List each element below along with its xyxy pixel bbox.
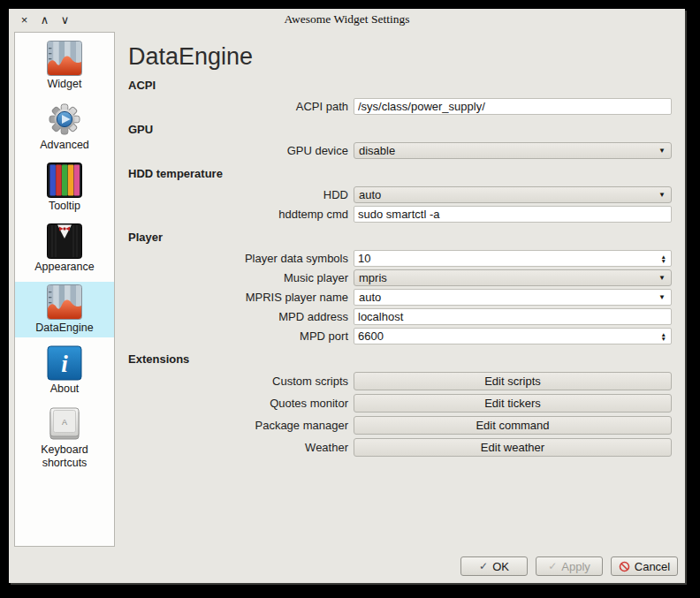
quotes-monitor-row: Quotes monitor Edit tickers xyxy=(128,394,672,413)
tuxedo-icon xyxy=(47,223,82,259)
sidebar-item-label: About xyxy=(50,382,80,396)
apply-button-label: Apply xyxy=(561,560,590,573)
sidebar-nav: Widget Advanced xyxy=(14,32,115,547)
player-symbols-label: Player data symbols xyxy=(128,252,354,265)
apply-button[interactable]: ✓ Apply xyxy=(536,556,603,576)
music-player-select[interactable]: mpris ▼ xyxy=(354,269,672,286)
hdd-value: auto xyxy=(359,188,658,201)
package-manager-row: Package manager Edit command xyxy=(128,416,672,435)
keyboard-key-icon: A xyxy=(47,406,82,442)
info-icon: i xyxy=(47,345,82,381)
ok-button-label: OK xyxy=(492,560,509,573)
gpu-device-value: disable xyxy=(359,144,658,157)
player-symbols-row: Player data symbols ▲▼ xyxy=(128,250,672,267)
music-player-value: mpris xyxy=(359,271,658,284)
cancel-button-label: Cancel xyxy=(635,560,670,573)
dialog-button-bar: ✓ OK ✓ Apply Cancel xyxy=(460,556,678,576)
sidebar-item-advanced[interactable]: Advanced xyxy=(15,99,114,155)
hdd-label: HDD xyxy=(128,188,354,201)
sidebar-item-dataengine[interactable]: DataEngine xyxy=(15,282,114,337)
sidebar-item-widget[interactable]: Widget xyxy=(15,38,114,94)
sidebar-item-label: DataEngine xyxy=(35,322,93,335)
mpd-port-input[interactable] xyxy=(354,329,661,343)
weather-label: Weather xyxy=(128,441,354,454)
hddtemp-cmd-input[interactable] xyxy=(354,206,672,223)
settings-window: × ∧ ∨ Awesome Widget Settings xyxy=(9,9,685,583)
mpd-port-row: MPD port ▲▼ xyxy=(128,328,672,344)
chevron-down-icon: ▼ xyxy=(658,294,666,301)
music-player-label: Music player xyxy=(128,271,354,284)
edit-tickers-button[interactable]: Edit tickers xyxy=(354,394,672,413)
chevron-down-icon: ▼ xyxy=(658,148,666,155)
edit-command-button[interactable]: Edit command xyxy=(354,416,672,435)
section-header-hdd: HDD temperature xyxy=(128,167,672,180)
custom-scripts-label: Custom scripts xyxy=(128,375,354,388)
weather-row: Weather Edit weather xyxy=(128,438,672,457)
mpd-address-label: MPD address xyxy=(128,310,354,323)
chart-widget-icon xyxy=(47,284,82,320)
gpu-device-row: GPU device disable ▼ xyxy=(128,142,672,159)
mpris-player-name-select[interactable]: auto ▼ xyxy=(354,289,672,306)
gpu-device-select[interactable]: disable ▼ xyxy=(354,142,672,159)
custom-scripts-row: Custom scripts Edit scripts xyxy=(128,372,672,390)
hddtemp-cmd-row: hddtemp cmd xyxy=(128,206,672,223)
section-header-player: Player xyxy=(128,231,672,244)
gear-play-icon xyxy=(47,102,82,137)
window-title: Awesome Widget Settings xyxy=(9,12,685,26)
acpi-path-row: ACPI path xyxy=(128,98,672,115)
acpi-path-label: ACPI path xyxy=(128,100,354,113)
sidebar-item-label: Appearance xyxy=(34,261,94,274)
sidebar-item-label: Widget xyxy=(48,78,82,91)
sidebar-item-keyboard-shortcuts[interactable]: A Keyboard shortcuts xyxy=(15,404,114,473)
chevron-down-icon: ▼ xyxy=(658,192,666,199)
music-player-row: Music player mpris ▼ xyxy=(128,269,672,286)
edit-scripts-button[interactable]: Edit scripts xyxy=(354,372,672,390)
sidebar-item-label: Keyboard shortcuts xyxy=(22,443,107,470)
cancel-button[interactable]: Cancel xyxy=(611,556,678,576)
page-title: DataEngine xyxy=(128,42,672,71)
hdd-row: HDD auto ▼ xyxy=(128,186,672,203)
mpd-port-label: MPD port xyxy=(128,329,354,343)
chart-widget-icon xyxy=(47,41,82,76)
mpris-player-name-row: MPRIS player name auto ▼ xyxy=(128,289,672,306)
section-header-acpi: ACPI xyxy=(128,79,672,92)
key-letter: A xyxy=(62,418,67,427)
quotes-monitor-label: Quotes monitor xyxy=(128,397,354,410)
mpd-address-input[interactable] xyxy=(354,308,672,325)
sidebar-item-about[interactable]: i About xyxy=(15,343,114,398)
info-letter: i xyxy=(61,351,68,377)
desktop-background: × ∧ ∨ Awesome Widget Settings xyxy=(0,0,700,598)
check-icon: ✓ xyxy=(548,561,557,572)
player-symbols-input[interactable] xyxy=(354,252,661,265)
edit-weather-button[interactable]: Edit weather xyxy=(354,438,672,457)
mpris-player-name-value: auto xyxy=(359,291,658,304)
no-entry-icon xyxy=(619,561,630,572)
color-stripes-icon xyxy=(47,163,82,198)
sidebar-item-label: Tooltip xyxy=(49,200,80,213)
hdd-select[interactable]: auto ▼ xyxy=(354,186,672,203)
chevron-down-icon: ▼ xyxy=(658,275,666,282)
sidebar-item-appearance[interactable]: Appearance xyxy=(15,221,114,276)
mpris-player-name-label: MPRIS player name xyxy=(128,291,354,304)
sidebar-item-label: Advanced xyxy=(40,139,89,152)
mpd-port-stepper[interactable]: ▲▼ xyxy=(354,328,672,344)
section-header-gpu: GPU xyxy=(128,123,672,136)
ok-button[interactable]: ✓ OK xyxy=(460,556,528,576)
stepper-arrows-icon[interactable]: ▲▼ xyxy=(661,254,671,263)
section-header-extensions: Extensions xyxy=(128,352,672,366)
player-symbols-stepper[interactable]: ▲▼ xyxy=(354,250,672,267)
hddtemp-cmd-label: hddtemp cmd xyxy=(128,208,354,221)
check-icon: ✓ xyxy=(479,561,488,572)
titlebar: × ∧ ∨ Awesome Widget Settings xyxy=(9,9,685,30)
package-manager-label: Package manager xyxy=(128,419,354,432)
mpd-address-row: MPD address xyxy=(128,308,672,325)
sidebar-item-tooltip[interactable]: Tooltip xyxy=(15,160,114,216)
acpi-path-input[interactable] xyxy=(354,98,672,115)
gpu-device-label: GPU device xyxy=(128,144,354,157)
settings-panel: DataEngine ACPI ACPI path GPU GPU device… xyxy=(128,30,672,460)
stepper-arrows-icon[interactable]: ▲▼ xyxy=(661,332,671,341)
